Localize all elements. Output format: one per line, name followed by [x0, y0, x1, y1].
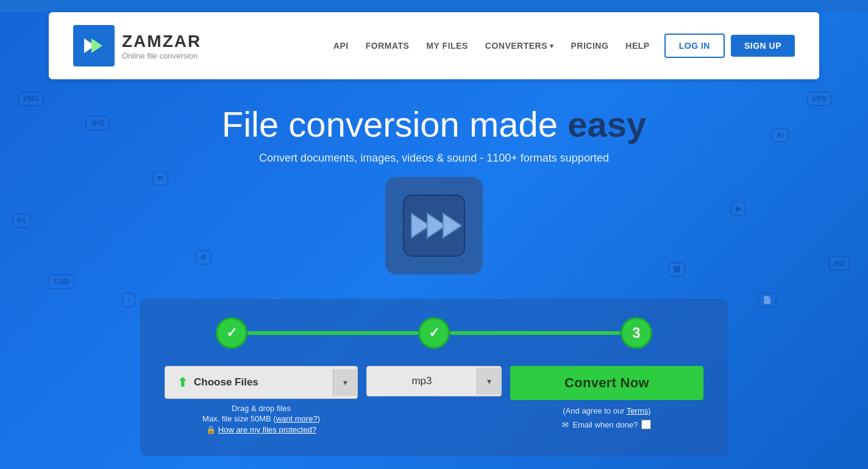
hero-section: File conversion made easy Convert docume…: [0, 91, 868, 462]
nav-converters[interactable]: CONVERTERS ▾: [485, 41, 554, 51]
format-wrapper: mp3 ▾: [366, 366, 502, 396]
nav-api[interactable]: API: [333, 41, 349, 51]
signup-button[interactable]: SIGN UP: [731, 35, 795, 57]
dropdown-arrow-icon: ▾: [343, 378, 347, 387]
step-2-circle: ✓: [418, 317, 450, 349]
center-logo-svg: [400, 192, 468, 259]
login-button[interactable]: LOG IN: [664, 34, 725, 58]
logo-text: ZAMZAR Online file conversion: [122, 32, 201, 60]
email-row: ✉ Email when done?: [562, 420, 651, 429]
logo-tagline: Online file conversion: [122, 51, 201, 60]
navbar: ZAMZAR Online file conversion API FORMAT…: [49, 12, 819, 79]
max-size-info: Max. file size 50MB (want more?): [202, 414, 320, 423]
center-logo-wrapper: [0, 177, 868, 287]
chevron-down-icon: ▾: [550, 42, 554, 50]
hero-subtitle: Convert documents, images, videos & soun…: [0, 152, 868, 165]
main-content: File conversion made easy Convert docume…: [0, 91, 868, 462]
email-icon: ✉: [562, 420, 569, 429]
nav-pricing[interactable]: PRICING: [571, 41, 609, 51]
convert-wrapper: Convert Now (And agree to our Terms) ✉ E…: [510, 366, 703, 429]
hero-title-bold: easy: [567, 104, 646, 144]
file-protection-link[interactable]: How are my files protected?: [218, 425, 316, 434]
logo-area: ZAMZAR Online file conversion: [73, 25, 201, 66]
nav-myfiles[interactable]: MY FILES: [426, 41, 468, 51]
step-3-circle: 3: [621, 317, 652, 349]
format-dropdown-icon: ▾: [487, 376, 491, 386]
svg-marker-1: [91, 38, 102, 53]
email-checkbox[interactable]: [641, 420, 651, 429]
step-connector-2: [450, 331, 621, 335]
choose-files-dropdown-btn[interactable]: ▾: [333, 369, 357, 396]
file-info: Drag & drop files Max. file size 50MB (w…: [165, 404, 358, 435]
format-select[interactable]: mp3 ▾: [366, 366, 502, 396]
steps-bar: ✓ ✓ 3: [165, 317, 703, 349]
nav-formats[interactable]: FORMATS: [366, 41, 410, 51]
convert-now-button[interactable]: Convert Now: [510, 366, 703, 400]
choose-files-wrapper: ⬆ Choose Files ▾ Drag & drop files Max. …: [165, 366, 358, 435]
choose-files-label: Choose Files: [194, 376, 258, 388]
controls-row: ⬆ Choose Files ▾ Drag & drop files Max. …: [165, 366, 703, 435]
upload-icon: ⬆: [177, 375, 188, 390]
terms-link[interactable]: Terms: [627, 406, 648, 415]
lock-icon: 🔒: [206, 425, 216, 434]
file-protection-info: 🔒 How are my files protected?: [206, 425, 316, 434]
email-when-done-label: Email when done?: [572, 420, 638, 429]
center-logo: [385, 177, 483, 274]
want-more-link[interactable]: want more?: [276, 414, 318, 423]
convert-info: (And agree to our Terms): [563, 405, 650, 416]
logo-name: ZAMZAR: [122, 32, 201, 51]
step-1-circle: ✓: [216, 317, 247, 349]
format-dropdown-btn[interactable]: ▾: [477, 368, 501, 395]
choose-files-main-btn[interactable]: ⬆ Choose Files: [165, 367, 333, 398]
nav-links: API FORMATS MY FILES CONVERTERS ▾ PRICIN…: [333, 41, 650, 51]
format-value[interactable]: mp3: [367, 367, 477, 396]
choose-files-button[interactable]: ⬆ Choose Files ▾: [165, 366, 358, 399]
nav-help[interactable]: HELP: [625, 41, 649, 51]
logo-icon: [73, 25, 115, 66]
drag-drop-text: Drag & drop files: [165, 404, 358, 413]
terms-info: (And agree to our Terms): [563, 406, 650, 415]
step-connector-1: [247, 331, 418, 335]
converter-box: ✓ ✓ 3: [140, 299, 728, 456]
hero-title: File conversion made easy: [0, 104, 868, 145]
